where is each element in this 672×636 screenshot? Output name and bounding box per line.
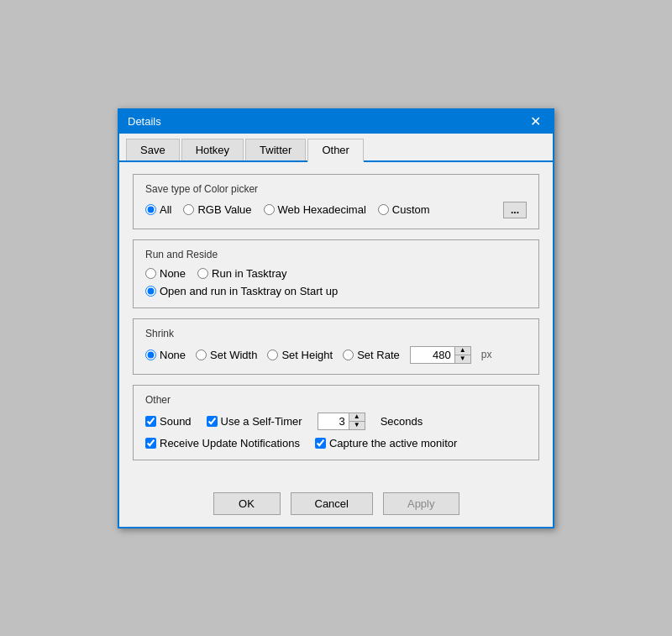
capture-active-label[interactable]: Capture the active monitor — [315, 437, 457, 449]
ellipsis-button[interactable]: ... — [503, 202, 527, 218]
shrink-group: Shrink None Set Width Set Height Set Rat… — [133, 318, 539, 375]
shrink-set-rate[interactable]: Set Rate — [343, 349, 400, 361]
shrink-set-height-label: Set Height — [281, 349, 333, 361]
seconds-input[interactable]: 3 — [318, 413, 349, 429]
color-picker-options-row: All RGB Value Web Hexadecimal Custom — [145, 202, 527, 218]
sound-checkbox-label[interactable]: Sound — [145, 415, 192, 428]
other-group-label: Other — [145, 394, 527, 406]
self-timer-checkbox[interactable] — [207, 416, 218, 427]
option-all-label: All — [160, 203, 171, 216]
color-picker-label: Save type of Color picker — [145, 183, 527, 195]
receive-updates-label[interactable]: Receive Update Notifications — [145, 437, 300, 449]
run-reside-row2: Open and run in Tasktray on Start up — [145, 285, 527, 297]
sound-checkbox[interactable] — [145, 416, 156, 427]
option-open-tasktray[interactable]: Open and run in Tasktray on Start up — [145, 285, 338, 297]
option-rgb[interactable]: RGB Value — [183, 203, 251, 216]
option-all[interactable]: All — [145, 203, 171, 216]
close-button[interactable]: ✕ — [527, 115, 544, 129]
cancel-button[interactable]: Cancel — [291, 492, 373, 515]
option-custom-label: Custom — [392, 203, 430, 216]
option-none-label: None — [160, 267, 186, 280]
shrink-set-width-label: Set Width — [210, 349, 257, 361]
self-timer-label: Use a Self-Timer — [221, 415, 302, 428]
apply-button[interactable]: Apply — [383, 492, 459, 515]
option-webhex-label: Web Hexadecimal — [278, 203, 366, 216]
shrink-up-button[interactable]: ▲ — [455, 347, 470, 355]
shrink-value-input-wrap: 480 ▲ ▼ — [410, 346, 471, 364]
shrink-down-button[interactable]: ▼ — [455, 355, 470, 363]
tab-save[interactable]: Save — [126, 139, 180, 160]
seconds-up-button[interactable]: ▲ — [349, 413, 365, 422]
shrink-value-input[interactable]: 480 — [411, 347, 454, 363]
receive-updates-text: Receive Update Notifications — [160, 437, 300, 449]
tab-bar: Save Hotkey Twitter Other — [119, 134, 553, 162]
tab-hotkey[interactable]: Hotkey — [181, 139, 244, 160]
tab-other[interactable]: Other — [307, 139, 364, 162]
receive-updates-checkbox[interactable] — [145, 438, 156, 449]
run-reside-row1: None Run in Tasktray — [145, 267, 527, 280]
option-webhex[interactable]: Web Hexadecimal — [264, 203, 366, 216]
seconds-input-wrap: 3 ▲ ▼ — [318, 413, 365, 430]
run-reside-group: Run and Reside None Run in Tasktray Open… — [133, 239, 539, 308]
seconds-down-button[interactable]: ▼ — [349, 422, 365, 429]
capture-active-text: Capture the active monitor — [329, 437, 457, 449]
shrink-set-rate-label: Set Rate — [357, 349, 400, 361]
option-run-tasktray-label: Run in Tasktray — [212, 267, 286, 280]
shrink-set-width[interactable]: Set Width — [196, 349, 257, 361]
shrink-label: Shrink — [145, 328, 527, 339]
tab-twitter[interactable]: Twitter — [245, 139, 306, 160]
color-picker-group: Save type of Color picker All RGB Value … — [133, 174, 539, 229]
shrink-options-row: None Set Width Set Height Set Rate 480 — [145, 346, 527, 364]
capture-active-checkbox[interactable] — [315, 438, 326, 449]
seconds-label: Seconds — [381, 415, 423, 428]
seconds-spinner: ▲ ▼ — [349, 413, 365, 429]
run-reside-label: Run and Reside — [145, 249, 527, 260]
other-row2: Receive Update Notifications Capture the… — [145, 437, 527, 449]
option-rgb-label: RGB Value — [197, 203, 251, 216]
option-run-tasktray[interactable]: Run in Tasktray — [197, 267, 286, 280]
option-open-tasktray-label: Open and run in Tasktray on Start up — [160, 285, 338, 297]
shrink-unit-label: px — [481, 349, 492, 360]
shrink-spinner: ▲ ▼ — [454, 347, 470, 363]
dialog-footer: OK Cancel Apply — [119, 482, 553, 527]
shrink-none-label: None — [160, 349, 186, 361]
shrink-none[interactable]: None — [145, 349, 186, 361]
other-row1: Sound Use a Self-Timer 3 ▲ ▼ Seconds — [145, 413, 527, 430]
option-none[interactable]: None — [145, 267, 186, 280]
tab-content: Save type of Color picker All RGB Value … — [119, 162, 553, 482]
self-timer-checkbox-label[interactable]: Use a Self-Timer — [207, 415, 302, 428]
ok-button[interactable]: OK — [213, 492, 281, 515]
other-group: Other Sound Use a Self-Timer 3 ▲ ▼ — [133, 385, 539, 460]
color-picker-options: All RGB Value Web Hexadecimal Custom — [145, 203, 503, 216]
sound-label: Sound — [160, 415, 192, 428]
option-custom[interactable]: Custom — [378, 203, 430, 216]
shrink-set-height[interactable]: Set Height — [267, 349, 333, 361]
details-dialog: Details ✕ Save Hotkey Twitter Other Save… — [118, 108, 554, 528]
dialog-title: Details — [128, 115, 161, 128]
title-bar: Details ✕ — [119, 110, 553, 134]
